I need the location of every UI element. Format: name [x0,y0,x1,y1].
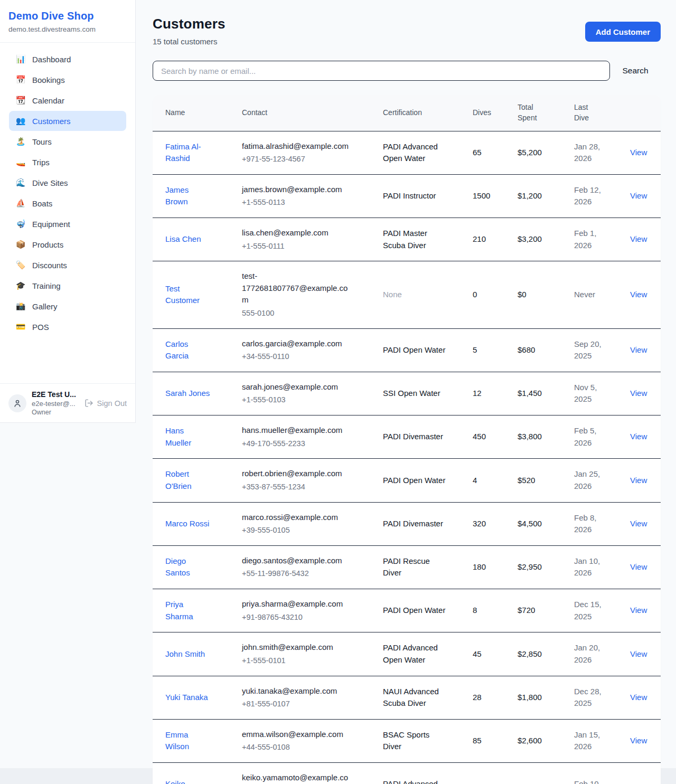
table-row: Emma Wilson emma.wilson@example.com +44-… [153,719,661,762]
customer-dives: 45 [473,649,482,658]
table-row: Sarah Jones sarah.jones@example.com +1-5… [153,372,661,415]
sidebar-item-bookings[interactable]: 📅 Bookings [9,70,126,90]
customer-dives: 320 [473,519,486,528]
table-row: Marco Rossi marco.rossi@example.com +39-… [153,502,661,545]
sidebar-header: Demo Dive Shop demo.test.divestreams.com [0,0,135,43]
sidebar-item-products[interactable]: 📦 Products [9,234,126,254]
customer-name-link[interactable]: Priya Sharma [165,600,193,621]
table-row: Diego Santos diego.santos@example.com +5… [153,545,661,589]
view-customer-link[interactable]: View [630,519,647,528]
customer-last-dive: Feb 1, 2026 [574,229,597,250]
customer-certification: NAUI Advanced Scuba Diver [383,687,439,708]
view-customer-link[interactable]: View [630,562,647,571]
customer-name-link[interactable]: James Brown [165,185,189,206]
main-content: Customers 15 total customers Add Custome… [136,0,676,784]
customer-certification: PADI Open Water [383,476,445,485]
view-customer-link[interactable]: View [630,736,647,745]
view-customer-link[interactable]: View [630,693,647,702]
sign-out-label: Sign Out [97,399,127,408]
customer-name-link[interactable]: Yuki Tanaka [165,693,208,702]
customer-total-spent: $1,450 [518,389,542,398]
customer-name-link[interactable]: Fatima Al-Rashid [165,142,201,163]
sidebar-user-section: E2E Test U... e2e-tester@... Owner Sign … [0,383,135,422]
customer-dives: 12 [473,389,482,398]
customer-dives: 5 [473,345,477,354]
view-customer-link[interactable]: View [630,290,647,299]
shop-domain: demo.test.divestreams.com [8,25,127,33]
search-button[interactable]: Search [610,66,661,75]
customer-last-dive: Feb 8, 2026 [574,513,597,534]
customer-last-dive: Jan 10, 2026 [574,556,600,578]
customer-certification: SSI Open Water [383,389,440,398]
sidebar-item-calendar[interactable]: 📆 Calendar [9,90,126,110]
customer-name-link[interactable]: Diego Santos [165,556,190,578]
customer-dives: 0 [473,290,477,299]
customer-phone: +55-11-99876-5432 [242,568,353,580]
customer-name-link[interactable]: Carlos Garcia [165,339,189,361]
sidebar-item-equipment[interactable]: 🤿 Equipment [9,214,126,234]
add-customer-button[interactable]: Add Customer [585,22,661,42]
customer-email: test-1772681807767@example.com [242,270,353,306]
search-input[interactable] [153,61,610,81]
customer-phone: +971-55-123-4567 [242,154,353,165]
sidebar-item-pos[interactable]: 💳 POS [9,317,126,337]
customer-name-link[interactable]: Marco Rossi [165,519,209,528]
customer-name-link[interactable]: Hans Mueller [165,426,191,447]
customer-dives: 450 [473,432,486,441]
boats-icon: ⛵ [15,199,26,208]
view-customer-link[interactable]: View [630,606,647,615]
view-customer-link[interactable]: View [630,345,647,354]
customer-certification: PADI Advanced Open Water [383,142,438,163]
view-customer-link[interactable]: View [630,191,647,200]
customer-certification: PADI Open Water [383,606,445,615]
sidebar-item-dashboard[interactable]: 📊 Dashboard [9,49,126,69]
view-customer-link[interactable]: View [630,476,647,485]
sign-out-button[interactable]: Sign Out [84,399,127,408]
table-row: Keiko Yamamoto keiko.yamamoto@example.co… [153,763,661,784]
page-header: Customers 15 total customers Add Custome… [153,16,661,46]
customer-email: hans.mueller@example.com [242,424,353,437]
customer-last-dive: Dec 15, 2025 [574,600,602,621]
customers-table-card: Name Contact Certification Dives Total S… [153,95,661,784]
sidebar-item-gallery[interactable]: 📸 Gallery [9,296,126,316]
customer-total-spent: $2,850 [518,649,542,658]
column-header-name: Name [153,95,242,131]
sidebar-item-training[interactable]: 🎓 Training [9,276,126,296]
tours-icon: 🏝️ [15,137,26,146]
view-customer-link[interactable]: View [630,234,647,243]
gallery-icon: 📸 [15,301,26,311]
customer-name-link[interactable]: Robert O'Brien [165,469,192,490]
logout-icon [84,399,93,408]
view-customer-link[interactable]: View [630,148,647,157]
sidebar-item-discounts[interactable]: 🏷️ Discounts [9,255,126,275]
column-header-total-spent: Total Spent [518,95,574,131]
table-row: Lisa Chen lisa.chen@example.com +1-555-0… [153,218,661,261]
products-icon: 📦 [15,240,26,249]
sidebar-item-customers[interactable]: 👥 Customers [9,111,126,131]
sidebar-item-boats[interactable]: ⛵ Boats [9,193,126,213]
table-row: Priya Sharma priya.sharma@example.com +9… [153,589,661,632]
table-row: James Brown james.brown@example.com +1-5… [153,174,661,218]
customer-name-link[interactable]: Test Customer [165,284,200,305]
customer-last-dive: Jan 25, 2026 [574,469,600,490]
customer-name-link[interactable]: Lisa Chen [165,234,201,243]
customer-certification: None [383,290,402,299]
customer-name-link[interactable]: Emma Wilson [165,730,189,751]
view-customer-link[interactable]: View [630,389,647,398]
customer-name-link[interactable]: Keiko Yamamoto [165,779,203,784]
customer-name-link[interactable]: Sarah Jones [165,389,210,398]
sidebar-item-trips[interactable]: 🚤 Trips [9,152,126,172]
customer-name-link[interactable]: John Smith [165,649,205,658]
calendar-icon: 📆 [15,96,26,105]
sidebar-item-tours[interactable]: 🏝️ Tours [9,131,126,152]
app-root: Demo Dive Shop demo.test.divestreams.com… [0,0,676,768]
column-header-last-dive: Last Dive [574,95,630,131]
customer-email: emma.wilson@example.com [242,729,353,741]
view-customer-link[interactable]: View [630,649,647,658]
view-customer-link[interactable]: View [630,432,647,441]
customer-last-dive: Jan 15, 2026 [574,730,600,751]
customer-total-spent: $2,950 [518,562,542,571]
table-row: Yuki Tanaka yuki.tanaka@example.com +81-… [153,676,661,719]
customer-certification: BSAC Sports Diver [383,730,429,751]
sidebar-item-dive-sites[interactable]: 🌊 Dive Sites [9,173,126,193]
